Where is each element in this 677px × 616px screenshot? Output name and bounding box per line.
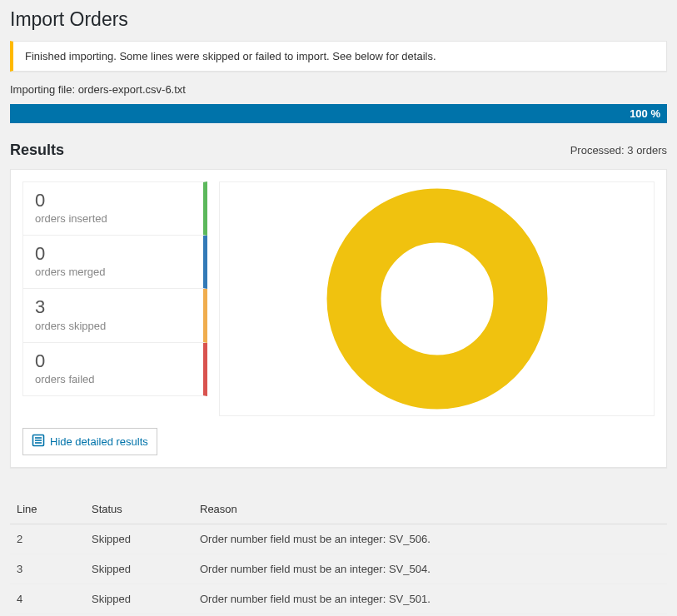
stat-skipped-value: 3 <box>35 297 192 317</box>
stat-skipped: 3 orders skipped <box>22 289 207 342</box>
cell-line: 3 <box>10 554 85 584</box>
stat-merged-value: 0 <box>35 244 192 264</box>
cell-status: Skipped <box>85 554 193 584</box>
cell-line: 4 <box>10 584 85 614</box>
cell-line: 2 <box>10 524 85 554</box>
importing-file-label: Importing file: orders-export.csv-6.txt <box>10 83 667 96</box>
stat-merged: 0 orders merged <box>22 236 207 289</box>
svg-point-0 <box>354 216 520 382</box>
hide-detailed-results-button[interactable]: Hide detailed results <box>22 428 157 455</box>
processed-count: Processed: 3 orders <box>570 144 667 156</box>
stat-skipped-label: orders skipped <box>35 320 192 332</box>
col-header-line: Line <box>10 494 85 524</box>
table-row: 3 Skipped Order number field must be an … <box>10 554 667 584</box>
stats-column: 0 orders inserted 0 orders merged 3 orde… <box>22 181 207 416</box>
stat-inserted-value: 0 <box>35 191 192 211</box>
cell-reason: Order number field must be an integer: S… <box>193 524 667 554</box>
table-row: 4 Skipped Order number field must be an … <box>10 584 667 614</box>
import-notice: Finished importing. Some lines were skip… <box>10 41 667 72</box>
cell-reason: Order number field must be an integer: S… <box>193 554 667 584</box>
cell-reason: Order number field must be an integer: S… <box>193 584 667 614</box>
table-row: 2 Skipped Order number field must be an … <box>10 524 667 554</box>
col-header-reason: Reason <box>193 494 667 524</box>
results-panel: 0 orders inserted 0 orders merged 3 orde… <box>10 169 667 468</box>
page-title: Import Orders <box>10 0 667 37</box>
stat-inserted: 0 orders inserted <box>22 181 207 236</box>
stat-failed: 0 orders failed <box>22 343 207 396</box>
stat-failed-label: orders failed <box>35 373 192 385</box>
hide-detailed-results-label: Hide detailed results <box>50 435 148 448</box>
col-header-status: Status <box>85 494 193 524</box>
stat-inserted-label: orders inserted <box>35 212 192 225</box>
stat-failed-value: 0 <box>35 351 192 371</box>
results-title: Results <box>10 142 667 159</box>
stat-merged-label: orders merged <box>35 266 192 278</box>
details-table: Line Status Reason 2 Skipped Order numbe… <box>10 494 667 614</box>
list-icon <box>32 434 45 450</box>
donut-chart <box>219 181 655 416</box>
progress-bar: 100 % <box>10 104 667 123</box>
donut-chart-svg <box>321 182 554 415</box>
cell-status: Skipped <box>85 524 193 554</box>
cell-status: Skipped <box>85 584 193 614</box>
